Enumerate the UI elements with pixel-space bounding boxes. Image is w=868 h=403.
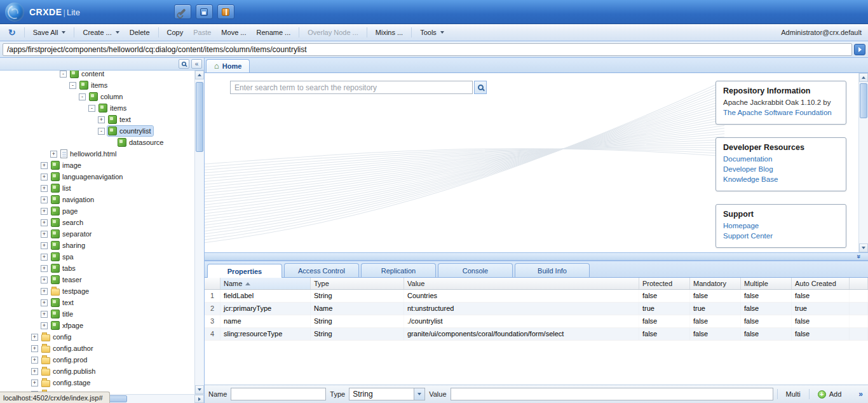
tree-vertical-scrollbar[interactable]: [194, 71, 204, 394]
scroll-right-button[interactable]: [194, 395, 204, 403]
tree-node-helloworld-html[interactable]: +helloworld.html: [3, 148, 194, 160]
expand-node-icon[interactable]: +: [41, 254, 48, 261]
expand-node-icon[interactable]: +: [41, 185, 48, 192]
toolbar-button-refresh[interactable]: ↻: [4, 27, 20, 38]
expand-node-icon[interactable]: +: [41, 162, 48, 169]
search-button[interactable]: [474, 81, 487, 94]
expand-node-icon[interactable]: +: [31, 357, 38, 364]
expand-node-icon[interactable]: +: [31, 334, 38, 341]
collapse-node-icon[interactable]: -: [88, 105, 95, 112]
tree-node-datasource[interactable]: datasource: [3, 137, 194, 148]
tree-node-tabs[interactable]: +tabs: [3, 263, 194, 274]
tree-search-button[interactable]: [179, 59, 189, 69]
tree-node-config-author[interactable]: +config.author: [3, 343, 194, 354]
tab-access-control[interactable]: Access Control: [284, 263, 359, 277]
tree-node-title[interactable]: +title: [3, 308, 194, 320]
tree-node-countrylist[interactable]: -countrylist: [3, 125, 194, 137]
toolbar-overflow-button[interactable]: »: [857, 390, 864, 399]
select-trigger-button[interactable]: [414, 388, 424, 400]
tree-node-config-stage[interactable]: +config.stage: [3, 377, 194, 388]
tree-node-items[interactable]: -items: [3, 79, 194, 91]
tree-node-config-publish[interactable]: +config.publish: [3, 365, 194, 377]
scroll-down-button[interactable]: [859, 243, 868, 252]
scroll-down-button[interactable]: [195, 385, 204, 394]
wrench-tool-button[interactable]: [174, 4, 191, 19]
tree-node-separator[interactable]: +separator: [3, 228, 194, 240]
go-button[interactable]: [854, 44, 865, 55]
tab-console[interactable]: Console: [438, 263, 513, 277]
tree-node-list[interactable]: +list: [3, 182, 194, 194]
expand-node-icon[interactable]: +: [41, 174, 48, 181]
scroll-up-button[interactable]: [195, 71, 204, 79]
expand-node-icon[interactable]: +: [31, 368, 38, 375]
tree-node-xfpage[interactable]: +xfpage: [3, 320, 194, 331]
expand-node-icon[interactable]: +: [41, 231, 48, 238]
tab-properties[interactable]: Properties: [207, 264, 282, 278]
expand-node-icon[interactable]: +: [31, 379, 38, 386]
panel-splitter[interactable]: »: [205, 252, 868, 261]
tree-node-page[interactable]: +page: [3, 205, 194, 217]
link-the-apache-software-foundation[interactable]: The Apache Software Foundation: [723, 109, 839, 116]
column-header-multiple[interactable]: Multiple: [741, 278, 792, 289]
tree-node-languagenavigation[interactable]: +languagenavigation: [3, 171, 194, 182]
path-input[interactable]: [3, 43, 852, 56]
scroll-up-button[interactable]: [859, 73, 868, 82]
column-header-auto-created[interactable]: Auto Created: [792, 278, 850, 289]
toolbar-button-create[interactable]: Create ...: [78, 27, 123, 38]
expand-node-icon[interactable]: +: [98, 116, 105, 123]
tree-node-spa[interactable]: +spa: [3, 251, 194, 263]
toolbar-button-delete[interactable]: Delete: [125, 27, 154, 38]
expand-node-icon[interactable]: +: [41, 242, 48, 249]
tree-node-config-prod[interactable]: +config.prod: [3, 354, 194, 365]
expand-node-icon[interactable]: +: [41, 288, 48, 295]
toolbar-button-tools[interactable]: Tools: [416, 27, 449, 38]
tree-node-sharing[interactable]: +sharing: [3, 240, 194, 251]
link-developer-blog[interactable]: Developer Blog: [723, 165, 839, 173]
tree-node-items[interactable]: -items: [3, 102, 194, 114]
tree-node-image[interactable]: +image: [3, 160, 194, 171]
collapse-node-icon[interactable]: -: [98, 128, 105, 135]
property-row-sling-resourcetype[interactable]: 4sling:resourceTypeStringgranite/ui/comp…: [205, 328, 868, 341]
collapse-tree-panel-button[interactable]: «: [191, 59, 202, 69]
property-row-name[interactable]: 3nameString./countrylistfalsefalsefalsef…: [205, 315, 868, 328]
toolbar-button-copy[interactable]: Copy: [163, 27, 188, 38]
link-support-center[interactable]: Support Center: [723, 232, 839, 240]
column-header-value[interactable]: Value: [404, 278, 639, 289]
property-value-input[interactable]: [451, 388, 773, 400]
tree-node-text[interactable]: +text: [3, 114, 194, 125]
disk-tool-button[interactable]: [196, 4, 213, 19]
property-type-select[interactable]: String: [349, 388, 425, 400]
expand-node-icon[interactable]: +: [31, 345, 38, 352]
column-header-name[interactable]: Name: [220, 278, 311, 289]
expand-node-icon[interactable]: +: [41, 265, 48, 272]
scrollbar-thumb[interactable]: [860, 83, 867, 118]
column-header-protected[interactable]: Protected: [639, 278, 690, 289]
home-vertical-scrollbar[interactable]: [858, 73, 868, 252]
tree-node-text[interactable]: +text: [3, 297, 194, 308]
package-tool-button[interactable]: [217, 4, 234, 19]
tree-node-testpage[interactable]: +testpage: [3, 285, 194, 297]
toolbar-button-save-all[interactable]: Save All: [29, 27, 71, 38]
tree-node-column[interactable]: -column: [3, 91, 194, 102]
tab-replication[interactable]: Replication: [361, 263, 436, 277]
tree-node-config[interactable]: +config: [3, 331, 194, 343]
expand-node-icon[interactable]: +: [41, 208, 48, 215]
link-knowledge-base[interactable]: Knowledge Base: [723, 175, 839, 183]
link-documentation[interactable]: Documentation: [723, 155, 839, 163]
expand-node-icon[interactable]: +: [41, 311, 48, 318]
collapse-node-icon[interactable]: -: [60, 71, 67, 78]
expand-node-icon[interactable]: +: [41, 277, 48, 283]
expand-node-icon[interactable]: +: [41, 322, 48, 329]
property-row-fieldlabel[interactable]: 1fieldLabelStringCountriesfalsefalsefals…: [205, 290, 868, 303]
property-row-jcr-primarytype[interactable]: 2jcr:primaryTypeNament:unstructuredtruet…: [205, 303, 868, 315]
tree-node-search[interactable]: +search: [3, 217, 194, 228]
tab-home[interactable]: ⌂ Home: [206, 59, 250, 72]
expand-node-icon[interactable]: +: [41, 299, 48, 306]
repository-search-input[interactable]: [230, 81, 473, 94]
property-name-input[interactable]: [231, 388, 326, 400]
expand-node-icon[interactable]: +: [41, 219, 48, 226]
scrollbar-thumb[interactable]: [196, 82, 203, 152]
toolbar-button-mixins[interactable]: Mixins ...: [371, 27, 407, 38]
tab-build-info[interactable]: Build Info: [515, 263, 590, 277]
tree-node-teaser[interactable]: +teaser: [3, 274, 194, 285]
